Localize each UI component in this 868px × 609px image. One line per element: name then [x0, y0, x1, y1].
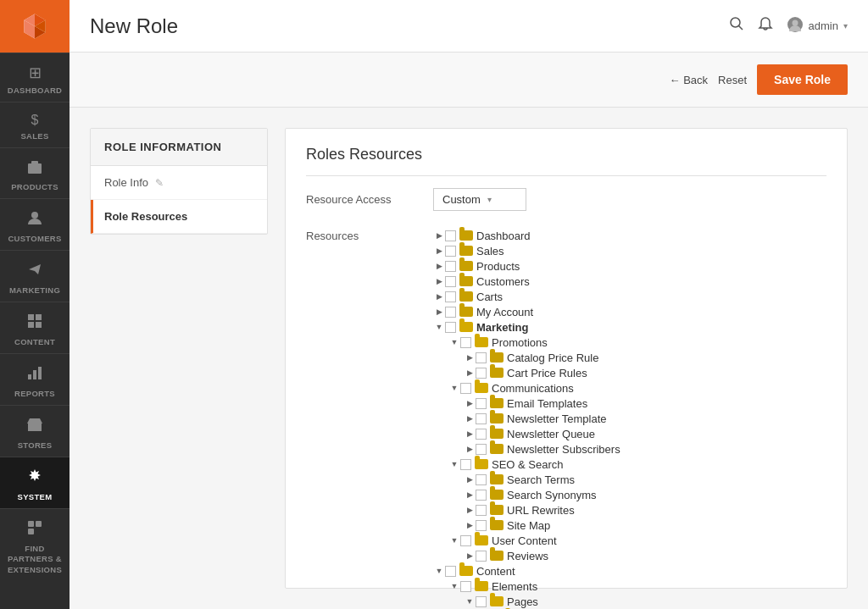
check-catalog-price-rule[interactable]	[476, 352, 487, 363]
tree-item-newsletter-subscribers[interactable]: ▶ Newsletter Subscribers	[433, 441, 620, 457]
tree-item-catalog-price-rule[interactable]: ▶ Catalog Price Rule	[433, 350, 620, 365]
check-carts[interactable]	[445, 291, 456, 302]
search-icon[interactable]	[729, 16, 744, 36]
magento-logo[interactable]	[0, 0, 70, 53]
tree-item-dashboard[interactable]: ▶ Dashboard	[433, 228, 620, 243]
sidebar-item-marketing[interactable]: MARKETING	[0, 250, 70, 302]
toggle-url-rewrites[interactable]: ▶	[464, 504, 476, 516]
check-cart-price-rules[interactable]	[476, 368, 487, 379]
toggle-marketing[interactable]: ▼	[433, 321, 445, 333]
check-my-account[interactable]	[445, 307, 456, 318]
toggle-search-synonyms[interactable]: ▶	[464, 489, 476, 501]
tree-item-search-synonyms[interactable]: ▶ Search Synonyms	[433, 487, 620, 502]
check-dashboard[interactable]	[445, 230, 456, 241]
sidebar-item-find-partners[interactable]: FIND PARTNERS & EXTENSIONS	[0, 508, 70, 582]
tree-item-url-rewrites[interactable]: ▶ URL Rewrites	[433, 502, 620, 518]
tree-item-newsletter-queue[interactable]: ▶ Newsletter Queue	[433, 426, 620, 441]
tree-item-promotions[interactable]: ▼ Promotions	[433, 335, 620, 350]
check-newsletter-template[interactable]	[476, 413, 487, 424]
tree-item-carts[interactable]: ▶ Carts	[433, 289, 620, 304]
toggle-customers[interactable]: ▶	[433, 275, 445, 287]
reset-button[interactable]: Reset	[718, 74, 747, 86]
save-role-button[interactable]: Save Role	[757, 64, 848, 95]
sidebar-item-stores[interactable]: STORES	[0, 405, 70, 457]
check-content[interactable]	[445, 566, 456, 577]
toggle-reviews[interactable]: ▶	[464, 550, 476, 562]
tree-item-email-templates[interactable]: ▶ Email Templates	[433, 396, 620, 411]
tree-item-cart-price-rules[interactable]: ▶ Cart Price Rules	[433, 365, 620, 380]
folder-promotions-icon	[475, 337, 488, 347]
main-panel: Roles Resources Resource Access Custom ▾…	[285, 128, 848, 589]
check-reviews[interactable]	[476, 551, 487, 562]
toggle-promotions[interactable]: ▼	[448, 336, 460, 348]
tree-item-seo-search[interactable]: ▼ SEO & Search	[433, 457, 620, 472]
check-url-rewrites[interactable]	[476, 505, 487, 516]
toggle-newsletter-queue[interactable]: ▶	[464, 428, 476, 440]
admin-menu[interactable]: admin ▾	[787, 16, 848, 36]
check-promotions[interactable]	[460, 337, 471, 348]
sidebar-item-content[interactable]: CONTENT	[0, 302, 70, 353]
extensions-icon	[26, 519, 43, 540]
tree-item-my-account[interactable]: ▶ My Account	[433, 304, 620, 319]
admin-chevron-icon: ▾	[843, 21, 848, 30]
notifications-icon[interactable]	[758, 16, 773, 36]
tree-item-newsletter-template[interactable]: ▶ Newsletter Template	[433, 411, 620, 426]
tree-item-marketing[interactable]: ▼ Marketing	[433, 319, 620, 335]
sidebar-item-system[interactable]: SYSTEM	[0, 457, 70, 508]
check-newsletter-queue[interactable]	[476, 429, 487, 440]
check-sales[interactable]	[445, 246, 456, 257]
tree-item-site-map[interactable]: ▶ Site Map	[433, 518, 620, 533]
toggle-content[interactable]: ▼	[433, 565, 445, 577]
toggle-elements[interactable]: ▼	[448, 580, 460, 592]
toggle-carts[interactable]: ▶	[433, 291, 445, 302]
tree-item-search-terms[interactable]: ▶ Search Terms	[433, 472, 620, 487]
sidebar-item-customers[interactable]: CUSTOMERS	[0, 198, 70, 250]
check-products[interactable]	[445, 261, 456, 272]
check-seo-search[interactable]	[460, 459, 471, 470]
resource-access-select[interactable]: Custom ▾	[433, 188, 526, 211]
tree-item-products[interactable]: ▶ Products	[433, 258, 620, 274]
toggle-my-account[interactable]: ▶	[433, 306, 445, 318]
toggle-cart-price-rules[interactable]: ▶	[464, 367, 476, 379]
sidebar-item-sales[interactable]: $ SALES	[0, 102, 70, 147]
toggle-site-map[interactable]: ▶	[464, 519, 476, 531]
check-communications[interactable]	[460, 383, 471, 394]
check-newsletter-subscribers[interactable]	[476, 444, 487, 455]
sidebar-panel-item-role-info[interactable]: Role Info ✎	[91, 166, 267, 200]
toggle-email-templates[interactable]: ▶	[464, 397, 476, 409]
tree-item-pages[interactable]: ▼ Pages	[433, 594, 620, 609]
sidebar-panel-item-role-resources[interactable]: Role Resources	[91, 200, 267, 234]
tree-item-reviews[interactable]: ▶ Reviews	[433, 548, 620, 563]
tree-label-products: Products	[476, 260, 520, 273]
toggle-newsletter-subscribers[interactable]: ▶	[464, 443, 476, 455]
check-marketing[interactable]	[445, 322, 456, 333]
tree-item-customers[interactable]: ▶ Customers	[433, 274, 620, 289]
tree-item-communications[interactable]: ▼ Communications	[433, 380, 620, 396]
tree-item-content[interactable]: ▼ Content	[433, 563, 620, 579]
toggle-seo-search[interactable]: ▼	[448, 458, 460, 470]
check-search-synonyms[interactable]	[476, 490, 487, 501]
check-site-map[interactable]	[476, 520, 487, 531]
check-customers[interactable]	[445, 276, 456, 287]
tree-item-sales[interactable]: ▶ Sales	[433, 243, 620, 258]
sidebar-item-products[interactable]: PRODUCTS	[0, 147, 70, 198]
toggle-products[interactable]: ▶	[433, 260, 445, 272]
toggle-user-content[interactable]: ▼	[448, 534, 460, 546]
toggle-sales[interactable]: ▶	[433, 245, 445, 257]
toggle-newsletter-template[interactable]: ▶	[464, 412, 476, 424]
toggle-dashboard[interactable]: ▶	[433, 230, 445, 241]
toggle-communications[interactable]: ▼	[448, 382, 460, 394]
check-user-content[interactable]	[460, 535, 471, 546]
sidebar-item-reports[interactable]: REPORTS	[0, 353, 70, 405]
toggle-pages[interactable]: ▼	[464, 595, 476, 607]
tree-item-user-content[interactable]: ▼ User Content	[433, 533, 620, 548]
check-pages[interactable]	[476, 596, 487, 607]
check-search-terms[interactable]	[476, 474, 487, 485]
check-elements[interactable]	[460, 581, 471, 592]
sidebar-item-dashboard[interactable]: ⊞ DASHBOARD	[0, 53, 70, 102]
toggle-catalog-price-rule[interactable]: ▶	[464, 352, 476, 363]
tree-item-elements[interactable]: ▼ Elements	[433, 579, 620, 594]
back-button[interactable]: ← Back	[670, 74, 709, 86]
toggle-search-terms[interactable]: ▶	[464, 473, 476, 485]
check-email-templates[interactable]	[476, 398, 487, 409]
